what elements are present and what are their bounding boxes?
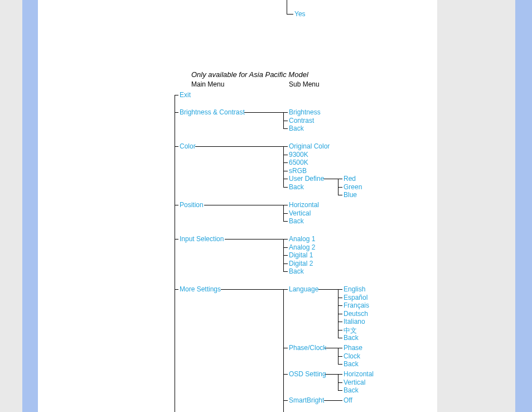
frame-left-stripe [22, 0, 38, 412]
sub-osd-setting: OSD Setting [289, 370, 326, 378]
menu-color: Color [180, 142, 196, 150]
sub-back: Back [289, 124, 304, 132]
sub-vertical: Vertical [289, 209, 311, 217]
page: Yes Only available for Asia Pacific Mode… [38, 0, 437, 412]
sub-9300k: 9300K [289, 151, 308, 159]
sub-language: Language [289, 285, 318, 293]
menu-input-selection: Input Selection [180, 235, 224, 243]
menu-position: Position [180, 201, 204, 209]
sub-contrast: Contrast [289, 117, 314, 124]
lang-deutsch: Deutsch [344, 310, 368, 318]
menu-more-settings: More Settings [180, 285, 221, 293]
lang-espanol: Español [344, 294, 367, 301]
sub-6500k: 6500K [289, 159, 308, 166]
tree-item-yes: Yes [294, 10, 306, 18]
sub-digital2: Digital 2 [289, 260, 313, 267]
lang-back: Back [344, 334, 359, 342]
sub-blue: Blue [344, 191, 357, 199]
pc-back: Back [344, 360, 359, 368]
sub-analog2: Analog 2 [289, 243, 315, 251]
header-sub-menu: Sub Menu [289, 80, 320, 88]
sub-digital1: Digital 1 [289, 251, 313, 259]
sub-phase-clock: Phase/Clock [289, 344, 326, 352]
lang-italiano: Italiano [344, 318, 365, 325]
sub-srgb: sRGB [289, 167, 307, 175]
sub-horizontal: Horizontal [289, 201, 319, 209]
lang-francais: Français [344, 301, 369, 309]
sub-original-color: Original Color [289, 142, 330, 150]
sub-user-define: User Define [289, 175, 324, 183]
sub-red: Red [344, 175, 356, 183]
menu-exit: Exit [180, 91, 191, 99]
sub-color-back: Back [289, 183, 304, 191]
lang-english: English [344, 285, 365, 293]
sub-green: Green [344, 183, 362, 191]
header-main-menu: Main Menu [191, 80, 224, 88]
frame-gap-right [437, 0, 515, 412]
osd-back: Back [344, 386, 359, 394]
sub-analog1: Analog 1 [289, 235, 315, 243]
osd-horizontal: Horizontal [344, 370, 374, 378]
frame-gap-left [0, 0, 22, 412]
sub-position-back: Back [289, 217, 304, 225]
frame-right-stripe [515, 0, 532, 412]
osd-vertical: Vertical [344, 379, 365, 386]
sub-smartbright: SmartBright [289, 396, 324, 404]
sub-brightness: Brightness [289, 108, 321, 116]
sb-off: Off [344, 396, 352, 404]
section-note: Only available for Asia Pacific Model [191, 70, 308, 79]
sub-input-back: Back [289, 267, 304, 275]
pc-clock: Clock [344, 352, 360, 360]
pc-phase: Phase [344, 344, 362, 352]
menu-brightness-contrast: Brightness & Contrast [180, 108, 245, 116]
